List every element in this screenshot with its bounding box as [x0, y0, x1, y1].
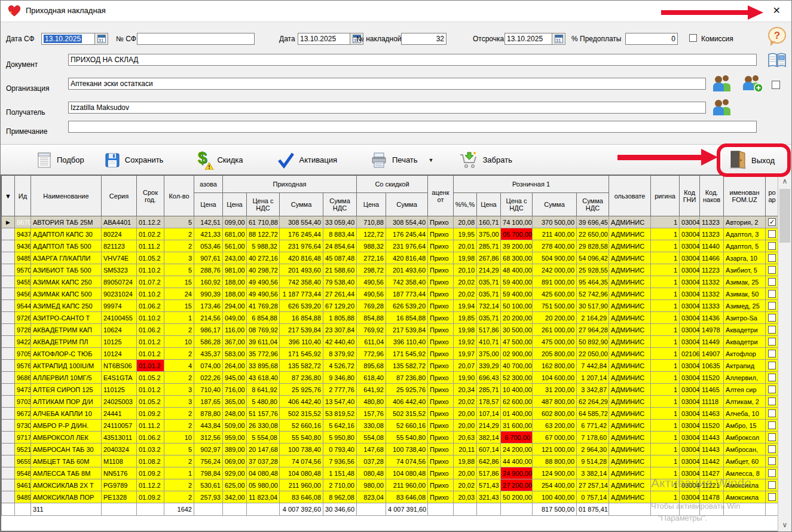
- grid-cell[interactable]: 11440: [700, 240, 724, 252]
- grid-cell[interactable]: 211 960,00: [280, 479, 323, 491]
- grid-cell[interactable]: 11520: [700, 420, 724, 432]
- grid-cell[interactable]: 11465: [700, 384, 724, 396]
- grid-cell[interactable]: 1: [651, 467, 680, 479]
- grid-cell[interactable]: 01.09.2: [137, 491, 164, 503]
- grid-cell[interactable]: 104 080,48: [386, 467, 428, 479]
- column-header[interactable]: Сумма: [386, 193, 428, 216]
- grid-cell[interactable]: Амбросан,: [724, 444, 766, 455]
- grid-cell[interactable]: Прихо: [428, 312, 454, 324]
- grid-cell[interactable]: 945,00: [223, 372, 247, 384]
- grid-cell[interactable]: 45 087,48: [323, 252, 357, 264]
- grid-cell[interactable]: 33 895,68: [247, 360, 280, 372]
- grid-cell[interactable]: 160,92: [194, 276, 223, 288]
- grid-cell[interactable]: 9659: [15, 455, 31, 467]
- grid-cell[interactable]: 602 800,00: [533, 408, 577, 420]
- row-indicator[interactable]: [2, 252, 15, 264]
- grid-cell[interactable]: АВТОРИЯ ТАБ 25М: [31, 216, 102, 228]
- skidka-button[interactable]: $ Скидка: [192, 149, 247, 171]
- grid-cell[interactable]: 22 050,00: [577, 348, 609, 360]
- grid-cell[interactable]: 396 110,40: [386, 336, 428, 348]
- grid-cell[interactable]: 756,24: [194, 455, 223, 467]
- grid-cell[interactable]: 049,00: [223, 312, 247, 324]
- grid-cell[interactable]: 1: [651, 396, 680, 408]
- grid-cell[interactable]: 214,29: [477, 420, 501, 432]
- grid-cell[interactable]: 294,00: [223, 300, 247, 312]
- grid-cell[interactable]: 1: [164, 467, 194, 479]
- grid-cell[interactable]: АДМИНИС: [609, 216, 651, 228]
- row-indicator[interactable]: [2, 467, 15, 479]
- grid-cell[interactable]: 1: [651, 276, 680, 288]
- grid-cell[interactable]: Прихо: [428, 479, 454, 491]
- grid-cell[interactable]: 9485: [15, 252, 31, 264]
- komissiya-checkbox[interactable]: [689, 34, 697, 42]
- grid-cell[interactable]: 11442: [700, 455, 724, 467]
- grid-cell[interactable]: 6 700,00: [501, 432, 533, 444]
- grid-cell[interactable]: 02106: [680, 348, 700, 360]
- grid-cell[interactable]: 929,00: [223, 467, 247, 479]
- grid-cell[interactable]: 19,98: [454, 252, 477, 264]
- grid-cell[interactable]: 162 800,00: [533, 360, 577, 372]
- grid-cell[interactable]: 39 200,00: [501, 240, 533, 252]
- grid-cell[interactable]: 367,00: [223, 336, 247, 348]
- grid-cell[interactable]: 04 080,48: [247, 467, 280, 479]
- grid-cell[interactable]: 490,56: [357, 288, 386, 300]
- grid-cell[interactable]: 01.05.2: [137, 252, 164, 264]
- grid-cell[interactable]: 8 379,92: [323, 348, 357, 360]
- grid-cell[interactable]: 1: [651, 432, 680, 444]
- grid-cell[interactable]: 11118: [700, 396, 724, 408]
- grid-cell[interactable]: 211 400,00: [533, 228, 577, 240]
- grid-cell[interactable]: 2: [164, 372, 194, 384]
- grid-cell[interactable]: 03004: [680, 312, 700, 324]
- grid-cell[interactable]: 11520: [700, 372, 724, 384]
- grid-cell[interactable]: 03004: [680, 479, 700, 491]
- grid-cell[interactable]: 586,28: [194, 336, 223, 348]
- column-header[interactable]: именован FOM.UZ: [724, 176, 766, 216]
- grid-cell[interactable]: 107,14: [477, 408, 501, 420]
- grid-cell[interactable]: 08 769,92: [247, 324, 280, 336]
- grid-cell[interactable]: 122,72: [357, 228, 386, 240]
- dokument-input[interactable]: [68, 54, 757, 66]
- grid-cell[interactable]: 502 315,52: [280, 408, 323, 420]
- column-header[interactable]: Приходная: [223, 176, 357, 193]
- grid-cell[interactable]: Азимед, 25: [724, 300, 766, 312]
- grid-cell[interactable]: 9703: [15, 396, 31, 408]
- grid-cell[interactable]: 069,00: [223, 455, 247, 467]
- grid-cell[interactable]: 9461: [15, 479, 31, 491]
- table-row[interactable]: 9576АКТРАПИД 100IU/МNT6BS0601.01.24074,0…: [2, 360, 779, 372]
- grid-cell[interactable]: 10: [164, 336, 194, 348]
- grid-cell[interactable]: 288,76: [194, 264, 223, 276]
- grid-cell[interactable]: NN5176: [102, 467, 137, 479]
- grid-cell[interactable]: 382,14: [477, 432, 501, 444]
- grid-cell[interactable]: 1: [651, 408, 680, 420]
- grid-cell[interactable]: АЛЛЕРВИЛ 10МГ/5: [31, 372, 102, 384]
- grid-cell[interactable]: 27 261,44: [323, 288, 357, 300]
- n-sf-input[interactable]: [137, 33, 255, 45]
- grid-cell[interactable]: 298,72: [357, 264, 386, 276]
- column-header[interactable]: Ид: [15, 176, 31, 216]
- grid-cell[interactable]: 110125: [102, 384, 137, 396]
- grid-cell[interactable]: 248,00: [223, 408, 247, 420]
- grid-cell[interactable]: 243,00: [223, 252, 247, 264]
- grid-cell[interactable]: 87 236,80: [280, 372, 323, 384]
- grid-cell[interactable]: 211 960,00: [386, 479, 428, 491]
- grid-cell[interactable]: 509,00: [223, 420, 247, 432]
- grid-cell[interactable]: 981,00: [223, 264, 247, 276]
- grid-cell[interactable]: Азибиот, 5: [724, 264, 766, 276]
- grid-cell[interactable]: 52 742,96: [577, 288, 609, 300]
- grid-cell[interactable]: 11443: [700, 444, 724, 455]
- grid-cell[interactable]: 01.01.2: [137, 384, 164, 396]
- grid-cell[interactable]: 20,03: [454, 491, 477, 503]
- grid-cell[interactable]: 611,04: [357, 336, 386, 348]
- row-checkbox[interactable]: [768, 326, 776, 334]
- grid-cell[interactable]: 9455: [15, 276, 31, 288]
- grid-cell[interactable]: 710,40: [194, 384, 223, 396]
- grid-cell[interactable]: 14978: [700, 324, 724, 336]
- grid-cell[interactable]: 421,33: [194, 228, 223, 240]
- grid-cell[interactable]: Азимак, 50: [724, 288, 766, 300]
- grid-cell[interactable]: АДМИНИС: [609, 252, 651, 264]
- grid-cell[interactable]: 312,56: [194, 432, 223, 444]
- grid-cell[interactable]: АЛТЕЯ СИРОП 125: [31, 384, 102, 396]
- grid-cell[interactable]: 02 900,00: [501, 348, 533, 360]
- grid-cell[interactable]: 583,00: [223, 348, 247, 360]
- grid-cell[interactable]: 01.06.2: [137, 324, 164, 336]
